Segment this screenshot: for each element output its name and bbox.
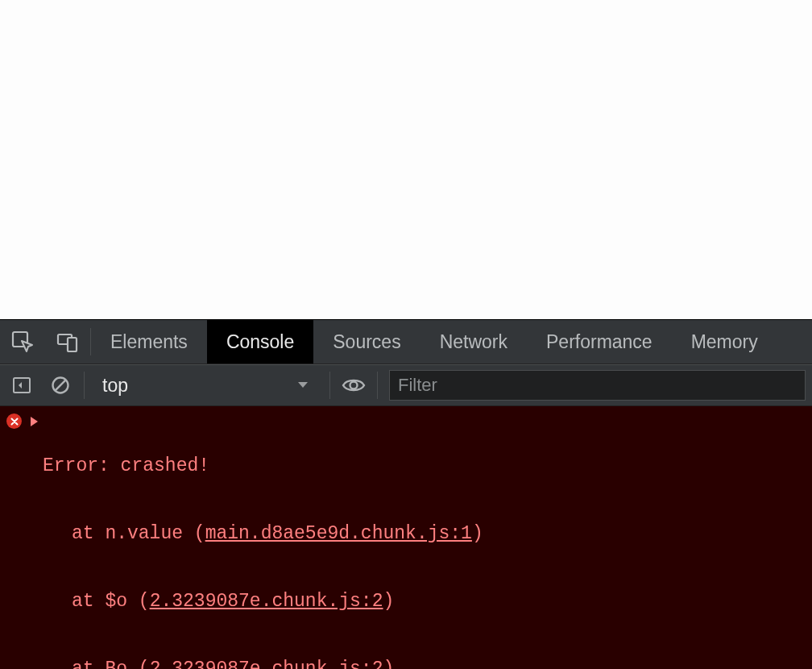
console-filter-wrap — [389, 370, 806, 401]
console-filter-input[interactable] — [390, 375, 805, 396]
clear-console-button[interactable] — [44, 368, 77, 402]
stack-frame: at $o (2.3239087e.chunk.js:2) — [43, 590, 661, 613]
live-expression-button[interactable] — [337, 368, 371, 402]
chevron-down-icon — [297, 378, 309, 393]
toolbar-separator-2 — [329, 372, 330, 399]
devtools-panel: Elements Console Sources Network Perform… — [0, 319, 812, 669]
error-title: Error: crashed! — [43, 455, 661, 477]
svg-rect-2 — [68, 338, 77, 351]
tab-console[interactable]: Console — [207, 320, 313, 364]
console-output: Error: crashed! at n.value (main.d8ae5e9… — [0, 406, 812, 669]
tab-sources[interactable]: Sources — [313, 320, 420, 364]
svg-point-6 — [350, 382, 358, 389]
inspect-element-button[interactable] — [0, 320, 45, 364]
page-content-area — [0, 0, 812, 319]
tab-elements[interactable]: Elements — [91, 320, 207, 364]
disclosure-triangle-icon[interactable] — [30, 411, 39, 434]
console-toolbar: top — [0, 364, 812, 406]
devtools-tabstrip: Elements Console Sources Network Perform… — [0, 320, 812, 364]
error-icon — [6, 413, 22, 429]
console-error-entry[interactable]: Error: crashed! at n.value (main.d8ae5e9… — [0, 406, 812, 669]
stack-link[interactable]: 2.3239087e.chunk.js:2 — [150, 591, 383, 612]
device-toolbar-button[interactable] — [45, 320, 90, 364]
toolbar-separator-3 — [377, 372, 378, 399]
toolbar-separator-1 — [84, 372, 85, 399]
execution-context-label: top — [102, 375, 128, 397]
stack-frame: at n.value (main.d8ae5e9d.chunk.js:1) — [43, 522, 661, 545]
console-sidebar-toggle[interactable] — [5, 368, 39, 402]
tab-network[interactable]: Network — [420, 320, 527, 364]
stack-frame: at Bo (2.3239087e.chunk.js:2) — [43, 658, 661, 669]
error-stack: Error: crashed! at n.value (main.d8ae5e9… — [43, 409, 661, 669]
stack-link[interactable]: 2.3239087e.chunk.js:2 — [150, 659, 383, 669]
svg-line-5 — [55, 380, 66, 391]
stack-link[interactable]: main.d8ae5e9d.chunk.js:1 — [205, 523, 472, 544]
tab-memory[interactable]: Memory — [672, 320, 777, 364]
tab-performance[interactable]: Performance — [527, 320, 672, 364]
execution-context-select[interactable]: top — [91, 365, 323, 405]
